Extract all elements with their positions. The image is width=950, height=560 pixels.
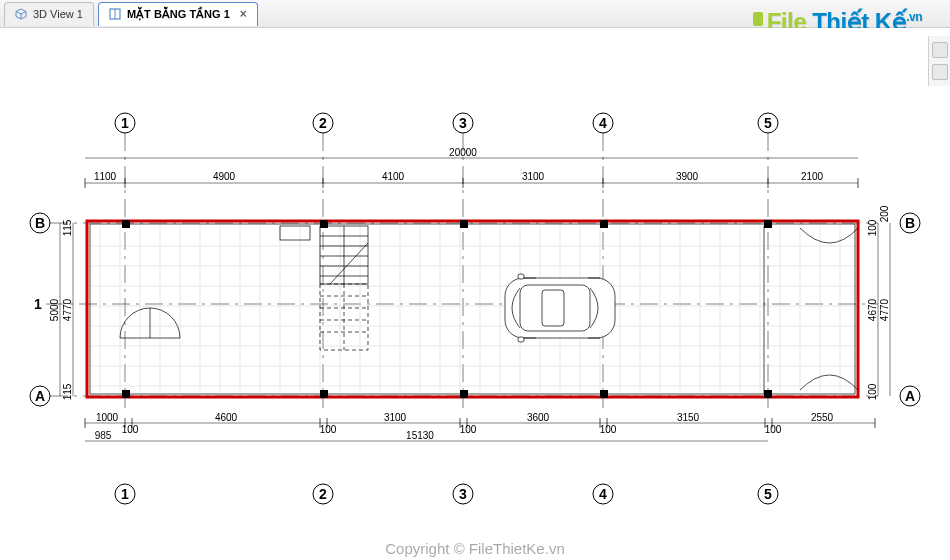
tab-label: MẶT BẰNG TẦNG 1 <box>127 8 230 21</box>
svg-text:2: 2 <box>319 115 327 131</box>
dim-bottom-row2: 985 15130 <box>85 430 768 441</box>
close-icon[interactable]: × <box>240 7 247 21</box>
svg-rect-124 <box>600 390 608 398</box>
side-button-2[interactable] <box>932 64 948 80</box>
svg-text:115: 115 <box>62 219 73 236</box>
svg-text:3100: 3100 <box>384 412 407 423</box>
floor-tiles <box>90 226 858 392</box>
grid-bubbles-right: B A <box>900 213 920 406</box>
svg-text:985: 985 <box>95 430 112 441</box>
grid-bubbles-bottom: 1 2 3 4 5 <box>115 484 778 504</box>
columns <box>122 220 772 398</box>
svg-text:15130: 15130 <box>406 430 434 441</box>
svg-text:4770: 4770 <box>62 298 73 321</box>
svg-text:100: 100 <box>867 383 878 400</box>
dim-top-row: 1100 4900 4100 3100 3900 2100 <box>85 171 858 188</box>
svg-rect-120 <box>764 220 772 228</box>
svg-rect-125 <box>764 390 772 398</box>
watermark: Copyright © FileThietKe.vn <box>385 540 564 557</box>
svg-rect-148 <box>518 337 524 342</box>
svg-text:3: 3 <box>459 486 467 502</box>
brand-vn: .vn <box>906 10 922 24</box>
svg-text:3600: 3600 <box>527 412 550 423</box>
svg-text:1000: 1000 <box>96 412 119 423</box>
svg-text:1: 1 <box>121 115 129 131</box>
svg-line-135 <box>330 243 368 284</box>
svg-text:100: 100 <box>460 424 477 435</box>
svg-text:2550: 2550 <box>811 412 834 423</box>
svg-text:A: A <box>905 388 915 404</box>
dim-top-overall: 20000 <box>85 147 858 158</box>
side-toolbar <box>928 36 950 86</box>
dim-right: 100 4670 100 4770 200 <box>867 205 890 400</box>
stairs <box>320 226 368 350</box>
svg-text:3150: 3150 <box>677 412 700 423</box>
svg-text:100: 100 <box>867 219 878 236</box>
svg-text:100: 100 <box>765 424 782 435</box>
svg-text:5: 5 <box>764 486 772 502</box>
svg-text:4: 4 <box>599 486 607 502</box>
svg-text:1: 1 <box>121 486 129 502</box>
drawing-canvas[interactable]: 1 2 3 4 5 1 2 3 4 5 B 1 A B A <box>0 28 928 540</box>
svg-rect-123 <box>460 390 468 398</box>
svg-text:2100: 2100 <box>801 171 824 182</box>
svg-text:4670: 4670 <box>867 298 878 321</box>
svg-text:5: 5 <box>764 115 772 131</box>
svg-text:5000: 5000 <box>49 298 60 321</box>
svg-text:4: 4 <box>599 115 607 131</box>
svg-text:B: B <box>35 215 45 231</box>
cube-icon <box>15 8 27 20</box>
svg-text:4770: 4770 <box>879 298 890 321</box>
svg-rect-122 <box>320 390 328 398</box>
svg-text:20000: 20000 <box>449 147 477 158</box>
grid-bubbles-top: 1 2 3 4 5 <box>115 113 778 408</box>
svg-text:3: 3 <box>459 115 467 131</box>
svg-rect-116 <box>122 220 130 228</box>
svg-text:A: A <box>35 388 45 404</box>
svg-text:2: 2 <box>319 486 327 502</box>
svg-text:4600: 4600 <box>215 412 238 423</box>
svg-text:115: 115 <box>62 383 73 400</box>
svg-rect-118 <box>460 220 468 228</box>
svg-rect-119 <box>600 220 608 228</box>
svg-text:100: 100 <box>600 424 617 435</box>
svg-rect-127 <box>280 226 310 240</box>
floor-plan-svg: 1 2 3 4 5 1 2 3 4 5 B 1 A B A <box>0 28 928 540</box>
side-button-1[interactable] <box>932 42 948 58</box>
svg-text:3900: 3900 <box>676 171 699 182</box>
svg-text:4100: 4100 <box>382 171 405 182</box>
svg-text:100: 100 <box>320 424 337 435</box>
svg-rect-146 <box>542 290 564 326</box>
svg-text:200: 200 <box>879 205 890 222</box>
door-left <box>120 308 180 338</box>
svg-text:1100: 1100 <box>94 171 117 182</box>
svg-text:B: B <box>905 215 915 231</box>
plan-icon <box>109 8 121 20</box>
svg-text:100: 100 <box>122 424 139 435</box>
dim-bottom-row1: 1000 100 4600 100 3100 100 3600 100 3150… <box>85 412 875 435</box>
svg-rect-147 <box>518 274 524 279</box>
dim-left: 5000 115 4770 115 <box>49 219 73 400</box>
svg-rect-117 <box>320 220 328 228</box>
tab-3d-view[interactable]: 3D View 1 <box>4 2 94 26</box>
grid-bubbles-left: B 1 A <box>30 213 878 406</box>
car-symbol <box>505 274 615 342</box>
tab-floor-plan[interactable]: MẶT BẰNG TẦNG 1 × <box>98 2 258 26</box>
svg-text:1: 1 <box>34 296 42 312</box>
outer-wall <box>87 221 858 397</box>
svg-text:3100: 3100 <box>522 171 545 182</box>
tab-label: 3D View 1 <box>33 8 83 20</box>
svg-rect-121 <box>122 390 130 398</box>
svg-text:4900: 4900 <box>213 171 236 182</box>
